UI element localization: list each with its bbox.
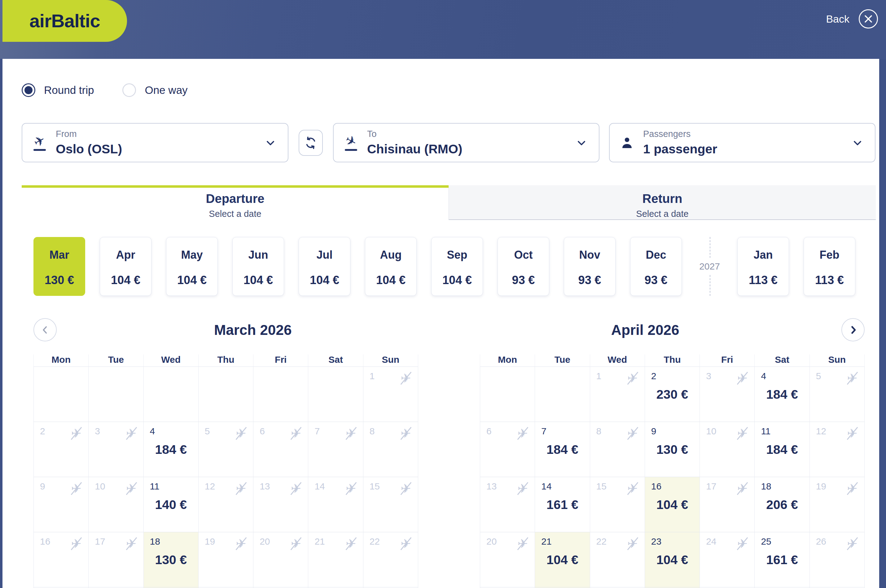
swap-direction-button[interactable] bbox=[298, 130, 323, 156]
month-pill-apr[interactable]: Apr104 € bbox=[100, 237, 151, 296]
chevron-down-icon bbox=[264, 136, 277, 149]
calendar-day-available[interactable]: 11140 € bbox=[144, 477, 199, 532]
no-flight-icon: ✈ bbox=[735, 426, 750, 441]
trip-type-group: Round trip One way bbox=[22, 83, 879, 97]
from-field[interactable]: ✈ From Oslo (OSL) bbox=[22, 123, 288, 162]
calendar-day-available[interactable]: 18130 € bbox=[144, 532, 199, 587]
chevron-down-icon bbox=[851, 136, 864, 149]
one-way-radio[interactable]: One way bbox=[122, 83, 187, 97]
weekday-label: Sat bbox=[308, 354, 363, 367]
calendar-day-unavailable: 8✈ bbox=[590, 422, 645, 477]
day-price: 104 € bbox=[645, 553, 700, 567]
calendar-day-empty bbox=[480, 367, 535, 422]
day-price: 206 € bbox=[755, 498, 809, 512]
calendar-day-empty bbox=[88, 367, 144, 422]
calendar-day-available[interactable]: 7184 € bbox=[535, 422, 590, 477]
round-trip-radio[interactable]: Round trip bbox=[22, 83, 94, 97]
calendar-day-unavailable: 20✈ bbox=[253, 532, 308, 587]
calendar-day-unavailable: 19✈ bbox=[810, 477, 865, 532]
no-flight-icon: ✈ bbox=[399, 482, 413, 496]
no-flight-icon: ✈ bbox=[124, 537, 138, 551]
calendar-day-empty bbox=[308, 367, 363, 422]
calendar-grid-right: MonTueWedThuFriSatSun1✈2230 €3✈4184 €5✈6… bbox=[480, 354, 865, 588]
no-flight-icon: ✈ bbox=[289, 537, 303, 551]
to-field[interactable]: ✈ To Chisinau (RMO) bbox=[333, 123, 600, 162]
calendar-day-unavailable: 15✈ bbox=[590, 477, 645, 532]
day-price: 184 € bbox=[755, 387, 809, 402]
calendar-day-available[interactable]: 23104 € bbox=[645, 532, 700, 587]
calendar-grid-left: MonTueWedThuFriSatSun1✈2✈3✈4184 €5✈6✈7✈8… bbox=[33, 354, 418, 588]
from-label: From bbox=[56, 129, 122, 139]
passengers-field[interactable]: Passengers 1 passenger bbox=[609, 123, 876, 162]
calendar-week-row: 1✈2230 €3✈4184 €5✈ bbox=[480, 367, 865, 422]
calendar-day-available[interactable]: 18206 € bbox=[755, 477, 810, 532]
calendar-day-available[interactable]: 25161 € bbox=[755, 532, 810, 587]
day-number: 9 bbox=[40, 481, 45, 492]
calendar-day-available[interactable]: 14161 € bbox=[535, 477, 590, 532]
calendar-day-available[interactable]: 9130 € bbox=[645, 422, 700, 477]
calendar-section: March 2026 April 2026 MonTueWedThuFriSat… bbox=[33, 318, 865, 588]
month-pill-oct[interactable]: Oct93 € bbox=[498, 237, 549, 296]
day-price: 140 € bbox=[144, 498, 198, 512]
day-number: 6 bbox=[259, 426, 265, 436]
no-flight-icon: ✈ bbox=[399, 537, 413, 551]
calendar-day-available[interactable]: 11184 € bbox=[755, 422, 810, 477]
departure-tab-subtitle: Select a date bbox=[209, 209, 261, 219]
month-pill-nov[interactable]: Nov93 € bbox=[564, 237, 616, 296]
month-pill-price: 93 € bbox=[512, 273, 535, 287]
day-number: 22 bbox=[370, 536, 380, 547]
month-pill-jun[interactable]: Jun104 € bbox=[232, 237, 284, 296]
next-month-button[interactable] bbox=[841, 318, 865, 341]
month-pill-sep[interactable]: Sep104 € bbox=[431, 237, 483, 296]
no-flight-icon: ✈ bbox=[625, 482, 640, 496]
passengers-label: Passengers bbox=[643, 129, 717, 139]
day-number: 19 bbox=[205, 536, 215, 547]
month-pill-label: Jun bbox=[248, 249, 268, 261]
no-flight-icon: ✈ bbox=[735, 482, 750, 496]
weekday-header-row: MonTueWedThuFriSatSun bbox=[33, 354, 418, 367]
month-pill-aug[interactable]: Aug104 € bbox=[365, 237, 417, 296]
close-button[interactable] bbox=[859, 9, 878, 28]
month-pill-price: 104 € bbox=[376, 273, 406, 287]
day-number: 10 bbox=[95, 481, 105, 492]
month-pill-may[interactable]: May104 € bbox=[166, 237, 218, 296]
year-divider: 2027 bbox=[696, 237, 723, 296]
month-pill-feb[interactable]: Feb113 € bbox=[804, 237, 855, 296]
calendar-day-unavailable: 22✈ bbox=[363, 532, 418, 587]
calendar-day-unavailable: 3✈ bbox=[88, 422, 144, 477]
weekday-label: Sun bbox=[810, 354, 865, 367]
no-flight-icon: ✈ bbox=[289, 482, 303, 496]
calendar-day-unavailable: 6✈ bbox=[253, 422, 308, 477]
month-pill-jan[interactable]: Jan113 € bbox=[737, 237, 789, 296]
calendar-day-available[interactable]: 2230 € bbox=[645, 367, 700, 422]
month-pill-mar[interactable]: Mar130 € bbox=[33, 237, 85, 296]
day-number: 11 bbox=[150, 481, 160, 492]
month-pill-dec[interactable]: Dec93 € bbox=[630, 237, 682, 296]
calendar-day-available[interactable]: 21104 € bbox=[535, 532, 590, 587]
app-header: airBaltic Back bbox=[0, 0, 886, 59]
calendar-day-available[interactable]: 16104 € bbox=[645, 477, 700, 532]
day-number: 16 bbox=[651, 481, 661, 492]
no-flight-icon: ✈ bbox=[399, 371, 413, 386]
plane-landing-icon: ✈ bbox=[342, 135, 360, 151]
day-number: 10 bbox=[706, 426, 716, 436]
back-button[interactable]: Back bbox=[826, 13, 850, 25]
tab-return[interactable]: Return Select a date bbox=[448, 185, 876, 220]
day-number: 17 bbox=[706, 481, 716, 492]
calendar-day-unavailable: 1✈ bbox=[363, 367, 418, 422]
calendar-day-unavailable: 26✈ bbox=[810, 532, 865, 587]
calendar-day-unavailable: 17✈ bbox=[700, 477, 755, 532]
month-pill-jul[interactable]: Jul104 € bbox=[298, 237, 350, 296]
calendar-day-available[interactable]: 4184 € bbox=[755, 367, 810, 422]
calendar-header: March 2026 April 2026 bbox=[33, 318, 865, 341]
day-number: 19 bbox=[816, 481, 826, 492]
prev-month-button[interactable] bbox=[33, 318, 57, 341]
no-flight-icon: ✈ bbox=[516, 482, 530, 496]
calendar-day-available[interactable]: 4184 € bbox=[144, 422, 199, 477]
day-number: 14 bbox=[315, 481, 325, 492]
no-flight-icon: ✈ bbox=[344, 426, 358, 441]
tab-departure[interactable]: Departure Select a date bbox=[22, 185, 448, 220]
day-number: 14 bbox=[541, 481, 552, 492]
calendar-day-empty bbox=[33, 367, 88, 422]
month-pill-price: 104 € bbox=[310, 273, 339, 287]
